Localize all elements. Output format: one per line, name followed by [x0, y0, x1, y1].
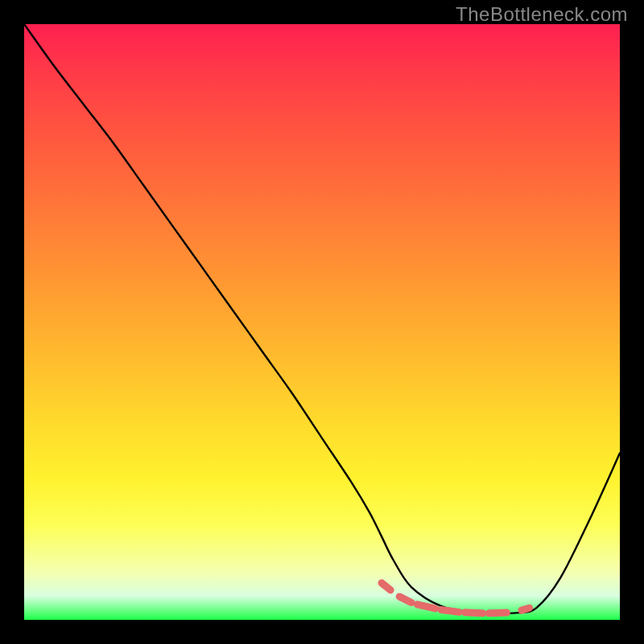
highlight-dash	[382, 583, 390, 590]
watermark-text: TheBottleneck.com	[456, 3, 628, 26]
highlight-dash	[489, 613, 506, 613]
highlight-dash	[465, 613, 483, 613]
plot-area	[24, 24, 620, 620]
chart-frame: TheBottleneck.com	[0, 0, 644, 644]
highlight-dash	[399, 597, 411, 602]
highlight-dash	[522, 608, 530, 610]
highlight-dash	[417, 605, 435, 609]
curve-svg	[24, 24, 620, 620]
valley-highlight	[382, 583, 530, 613]
highlight-dash	[441, 609, 459, 612]
bottleneck-curve	[24, 24, 620, 613]
